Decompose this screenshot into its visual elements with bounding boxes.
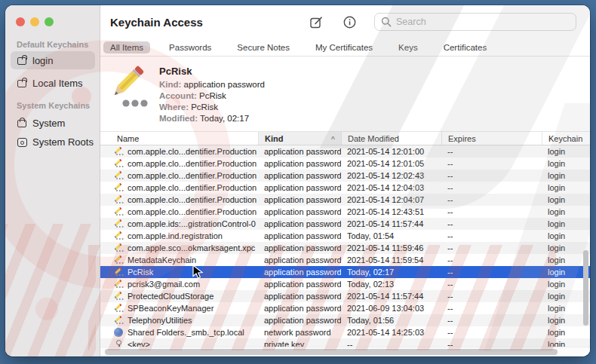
horizontal-scrollbar-thumb[interactable] xyxy=(105,349,558,355)
cell-date-modified: 2021-05-14 12:02:43 xyxy=(341,171,441,180)
close-window-button[interactable] xyxy=(16,17,25,26)
window-controls xyxy=(16,17,54,26)
cell-kind: network password xyxy=(258,328,341,337)
zoom-window-button[interactable] xyxy=(45,17,54,26)
keychain-access-window: Default Keychains login Local Items Syst… xyxy=(5,5,590,356)
sidebar-item-label: System Roots xyxy=(32,136,94,148)
toolbar: Keychain Access xyxy=(100,5,590,38)
table-row[interactable]: com.apple.ids:...gistrationControl-0 app… xyxy=(100,218,590,230)
column-header-keychain[interactable]: Keychain xyxy=(542,132,590,145)
cell-expires: -- xyxy=(441,195,542,204)
tab-certificates[interactable]: Certificates xyxy=(437,41,494,54)
cell-keychain: login xyxy=(542,231,590,240)
sidebar-item-login[interactable]: login xyxy=(11,51,95,69)
cell-kind: application password xyxy=(258,231,341,240)
column-header-name[interactable]: Name xyxy=(100,132,258,145)
lock-icon xyxy=(17,118,27,128)
table-row[interactable]: com.apple.clo...dentifier.Production app… xyxy=(100,170,590,182)
sidebar: Default Keychains login Local Items Syst… xyxy=(5,5,100,356)
safe-icon xyxy=(17,136,27,147)
cell-keychain: login xyxy=(542,159,590,168)
row-item-icon xyxy=(113,315,124,326)
cell-name: com.apple.clo...dentifier.Production xyxy=(100,194,258,205)
row-item-icon xyxy=(113,182,124,193)
cell-expires: -- xyxy=(441,171,542,180)
sidebar-item-label: login xyxy=(32,55,53,66)
cell-keychain: login xyxy=(542,328,590,337)
sidebar-item-local-items[interactable]: Local Items xyxy=(11,74,95,92)
cell-date-modified: Today, 01:54 xyxy=(341,231,441,240)
cell-expires: -- xyxy=(441,243,542,252)
table-row[interactable]: com.apple.clo...dentifier.Production app… xyxy=(100,158,590,170)
table-row[interactable]: com.apple.clo...dentifier.Production app… xyxy=(100,206,590,218)
desktop-background: Default Keychains login Local Items Syst… xyxy=(0,0,596,364)
cell-expires: -- xyxy=(441,159,542,168)
sidebar-item-system[interactable]: System xyxy=(11,114,95,132)
cell-date-modified: Today, 01:56 xyxy=(341,316,441,325)
cell-kind: application password xyxy=(258,268,341,277)
row-item-icon xyxy=(113,279,124,289)
cell-keychain: login xyxy=(542,147,590,156)
column-header-expires[interactable]: Expires xyxy=(441,132,542,145)
tab-my-certificates[interactable]: My Certificates xyxy=(309,41,379,54)
info-icon[interactable] xyxy=(341,14,358,30)
cell-name: pcrisk3@gmail.com xyxy=(100,279,258,289)
cell-kind: application password xyxy=(258,292,341,301)
cell-date-modified: 2021-05-14 11:59:54 xyxy=(341,255,441,265)
table-row[interactable]: com.apple.clo...dentifier.Production app… xyxy=(100,145,590,158)
cell-date-modified: 2021-05-14 12:04:03 xyxy=(341,183,441,192)
cell-date-modified: 2021-06-09 13:04:03 xyxy=(341,304,441,313)
tab-passwords[interactable]: Passwords xyxy=(162,41,218,54)
table-row[interactable]: TelephonyUtilities application password … xyxy=(100,314,590,326)
cell-kind: application password xyxy=(258,183,341,192)
tab-all-items[interactable]: All Items xyxy=(103,41,150,54)
row-item-icon xyxy=(113,291,124,301)
keychain-items-table: com.apple.clo...dentifier.Production app… xyxy=(100,145,590,350)
cell-date-modified: 2021-05-14 11:57:44 xyxy=(341,219,441,228)
table-row[interactable]: com.apple.sco...okmarksagent.xpc applica… xyxy=(100,242,590,254)
table-row[interactable]: ProtectedCloudStorage application passwo… xyxy=(100,290,590,302)
table-row[interactable]: pcrisk3@gmail.com application password T… xyxy=(100,278,590,290)
detail-account: Account: PcRisk xyxy=(159,90,265,102)
cell-expires: -- xyxy=(441,280,542,289)
tab-keys[interactable]: Keys xyxy=(392,41,425,54)
cell-date-modified: 2021-05-14 12:43:51 xyxy=(341,207,441,216)
table-row[interactable]: PcRisk application password Today, 02:17… xyxy=(100,266,590,278)
cell-expires: -- xyxy=(441,207,542,216)
table-row[interactable]: com.apple.clo...dentifier.Production app… xyxy=(100,194,590,206)
cell-name: SPBeaconKeyManager xyxy=(100,303,258,314)
category-tabs: All Items Passwords Secure Notes My Cert… xyxy=(100,38,590,57)
search-field[interactable] xyxy=(374,13,576,31)
cell-name: PcRisk xyxy=(100,267,258,277)
cell-date-modified: 2021-05-14 12:04:07 xyxy=(341,195,441,204)
column-header-kind[interactable]: Kind ^ xyxy=(258,132,341,145)
cell-expires: -- xyxy=(441,255,542,265)
cell-kind: application password xyxy=(258,243,341,252)
cell-expires: -- xyxy=(441,219,542,228)
tab-secure-notes[interactable]: Secure Notes xyxy=(230,41,296,54)
sidebar-item-system-roots[interactable]: System Roots xyxy=(11,133,95,151)
table-row[interactable]: com.apple.ind.registration application p… xyxy=(100,230,590,242)
table-row[interactable]: Shared Folders._smb._tcp.local network p… xyxy=(100,326,590,338)
search-input[interactable] xyxy=(396,17,570,27)
table-row[interactable]: com.apple.clo...dentifier.Production app… xyxy=(100,182,590,194)
cell-keychain: login xyxy=(542,195,590,204)
cell-name: MetadataKeychain xyxy=(100,255,258,265)
table-row[interactable]: MetadataKeychain application password 20… xyxy=(100,254,590,266)
content-area: Keychain Access xyxy=(100,5,590,356)
cell-keychain: login xyxy=(542,207,590,216)
detail-where: Where: PcRisk xyxy=(159,102,265,113)
cell-keychain: login xyxy=(542,183,590,192)
item-detail-panel: PcRisk Kind: application password Accoun… xyxy=(100,57,590,131)
cell-name: Shared Folders._smb._tcp.local xyxy=(100,327,258,338)
row-item-icon xyxy=(113,243,124,253)
cell-date-modified: 2021-05-14 12:01:00 xyxy=(341,147,441,156)
row-item-icon xyxy=(113,170,124,181)
minimize-window-button[interactable] xyxy=(30,17,39,26)
table-row[interactable]: SPBeaconKeyManager application password … xyxy=(100,302,590,314)
compose-icon[interactable] xyxy=(308,14,324,30)
vertical-scrollbar-thumb[interactable] xyxy=(583,250,588,326)
item-detail-text: PcRisk Kind: application password Accoun… xyxy=(159,64,265,131)
column-header-date-modified[interactable]: Date Modified xyxy=(341,132,441,145)
note-pencil-icon xyxy=(106,64,152,131)
